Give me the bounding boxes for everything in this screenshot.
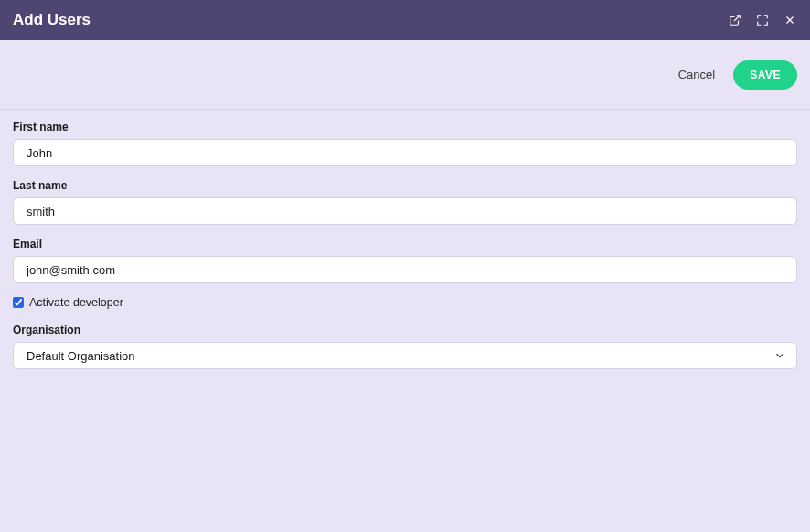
- save-button[interactable]: SAVE: [733, 60, 797, 90]
- organisation-select[interactable]: Default Organisation: [13, 342, 797, 369]
- organisation-label: Organisation: [13, 324, 797, 336]
- first-name-label: First name: [13, 121, 797, 133]
- first-name-input[interactable]: [13, 139, 797, 166]
- modal-titlebar: Add Users: [0, 0, 810, 40]
- activate-developer-checkbox[interactable]: [13, 297, 24, 308]
- form-body: First name Last name Email Activate deve…: [0, 110, 810, 393]
- titlebar-actions: [728, 13, 797, 27]
- first-name-group: First name: [13, 121, 797, 166]
- close-icon[interactable]: [783, 13, 797, 27]
- last-name-input[interactable]: [13, 197, 797, 225]
- maximize-icon[interactable]: [755, 13, 770, 27]
- email-group: Email: [13, 238, 797, 283]
- action-bar: Cancel SAVE: [0, 40, 810, 110]
- cancel-button[interactable]: Cancel: [678, 68, 715, 81]
- activate-developer-group: Activate developer: [13, 296, 797, 309]
- last-name-label: Last name: [13, 179, 797, 192]
- last-name-group: Last name: [13, 179, 797, 225]
- organisation-group: Organisation Default Organisation: [13, 324, 797, 369]
- activate-developer-label[interactable]: Activate developer: [29, 296, 123, 309]
- svg-line-0: [734, 16, 740, 21]
- external-link-icon[interactable]: [728, 13, 742, 27]
- email-input[interactable]: [13, 256, 797, 283]
- modal-title: Add Users: [13, 11, 91, 29]
- organisation-select-wrapper: Default Organisation: [13, 342, 797, 369]
- email-label: Email: [13, 238, 797, 250]
